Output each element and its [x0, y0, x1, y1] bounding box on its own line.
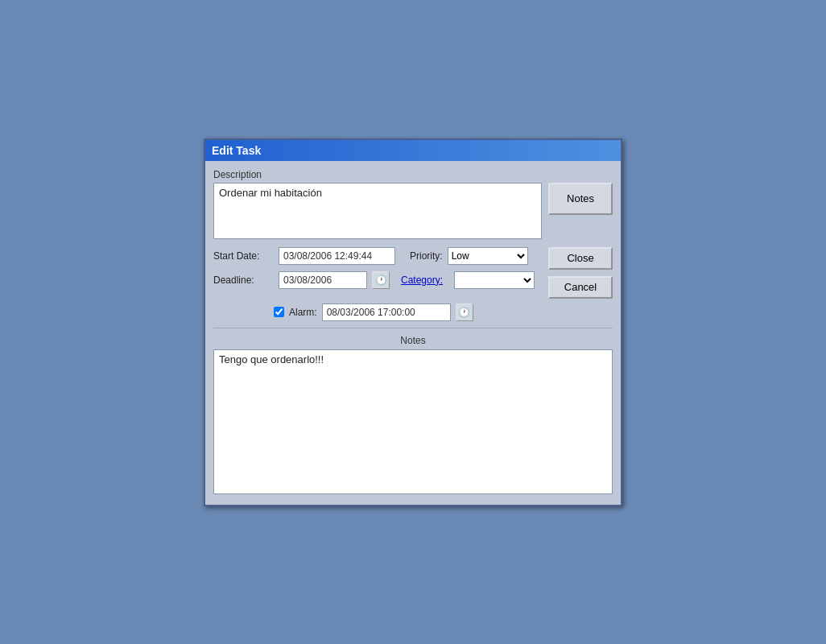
title-bar: Edit Task [205, 140, 621, 161]
alarm-checkbox[interactable] [274, 307, 284, 317]
mid-section: Start Date: Priority: Low Normal High De… [213, 247, 613, 299]
priority-select[interactable]: Low Normal High [448, 247, 528, 265]
mid-left: Start Date: Priority: Low Normal High De… [213, 247, 540, 289]
category-select[interactable] [454, 271, 535, 289]
alarm-label: Alarm: [289, 307, 317, 318]
window-title: Edit Task [212, 144, 261, 157]
notes-textarea[interactable]: Tengo que ordenarlo!!! [213, 349, 613, 494]
description-row: Ordenar mi habitación Notes [213, 183, 613, 239]
alarm-clock-button[interactable]: 🕐 [456, 303, 473, 321]
start-date-label: Start Date: [213, 250, 274, 262]
deadline-input[interactable] [279, 271, 367, 289]
category-label[interactable]: Category: [401, 275, 449, 286]
notes-section-label: Notes [213, 335, 613, 346]
alarm-input[interactable] [322, 303, 451, 321]
description-input[interactable]: Ordenar mi habitación [213, 183, 542, 239]
edit-task-window: Edit Task Description Ordenar mi habitac… [204, 138, 622, 506]
deadline-label: Deadline: [213, 275, 274, 286]
alarm-row: Alarm: 🕐 [274, 303, 613, 321]
right-buttons: Close Cancel [548, 247, 613, 299]
divider [213, 328, 613, 328]
start-date-input[interactable] [279, 247, 395, 265]
deadline-clock-button[interactable]: 🕐 [372, 271, 390, 289]
description-label: Description [213, 169, 613, 180]
close-button[interactable]: Close [548, 247, 613, 270]
deadline-category-row: Deadline: 🕐 Category: [213, 271, 540, 289]
notes-area: Tengo que ordenarlo!!! [213, 349, 613, 497]
notes-button[interactable]: Notes [548, 183, 613, 215]
cancel-button[interactable]: Cancel [548, 276, 613, 299]
start-priority-row: Start Date: Priority: Low Normal High [213, 247, 540, 265]
priority-label: Priority: [410, 250, 443, 262]
